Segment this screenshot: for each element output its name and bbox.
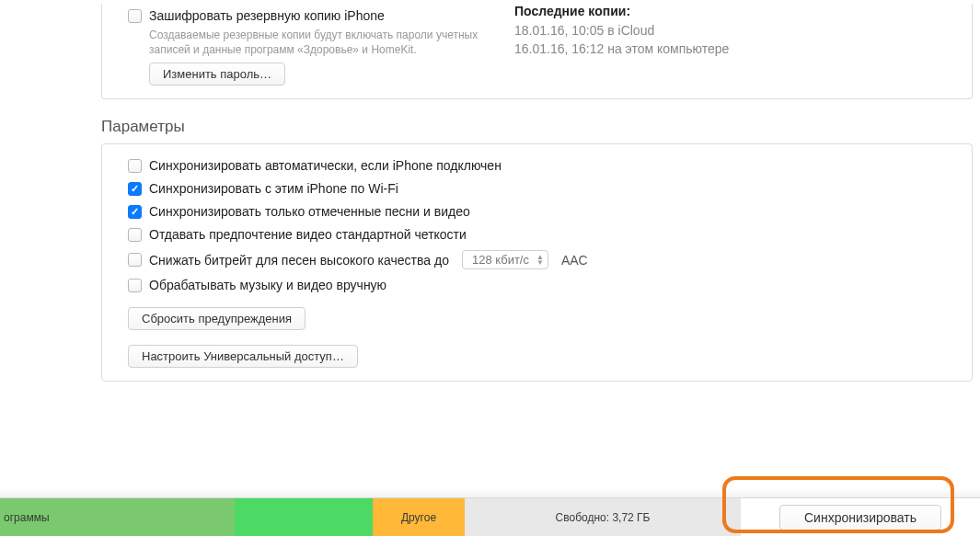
options-panel: Синхронизировать автоматически, если iPh… (101, 143, 973, 382)
storage-bar[interactable]: ограммы Другое Свободно: 3,72 ГБ (0, 498, 741, 536)
storage-segment-apps2 (235, 498, 373, 536)
sync-button[interactable]: Синхронизировать (779, 505, 941, 530)
encrypt-backup-label: Зашифровать резервную копию iPhone (149, 8, 385, 23)
encrypt-backup-subtext: Создаваемые резервные копии будут включа… (149, 28, 499, 57)
footer-bar: ограммы Другое Свободно: 3,72 ГБ Синхрон… (0, 497, 980, 536)
prefer-sd-checkbox[interactable] (128, 228, 142, 242)
change-password-button[interactable]: Изменить пароль… (149, 63, 285, 86)
encrypt-backup-checkbox[interactable] (128, 9, 142, 23)
backup-panel: Зашифровать резервную копию iPhone Созда… (101, 4, 973, 99)
bitrate-select[interactable]: 128 кбит/с ▲▼ (462, 250, 548, 269)
universal-access-button[interactable]: Настроить Универсальный доступ… (128, 345, 358, 368)
bitrate-value: 128 кбит/с (472, 253, 529, 267)
storage-segment-apps: ограммы (0, 498, 235, 536)
checked-only-label: Синхронизировать только отмеченные песни… (149, 204, 470, 219)
wifi-sync-label: Синхронизировать с этим iPhone по Wi-Fi (149, 181, 398, 196)
auto-sync-label: Синхронизировать автоматически, если iPh… (149, 158, 502, 173)
stepper-icon: ▲▼ (536, 255, 544, 266)
storage-segment-other: Другое (373, 498, 465, 536)
backup-entry: 16.01.16, 16:12 на этом компьютере (514, 40, 729, 59)
options-section-title: Параметры (101, 118, 980, 136)
manual-manage-checkbox[interactable] (128, 279, 142, 292)
reduce-bitrate-label: Снижать битрейт для песен высокого качес… (149, 253, 449, 268)
checked-only-checkbox[interactable] (128, 205, 142, 219)
prefer-sd-label: Отдавать предпочтение видео стандартной … (149, 227, 467, 242)
auto-sync-checkbox[interactable] (128, 159, 142, 173)
bitrate-suffix: AAC (561, 253, 588, 268)
backup-entry: 18.01.16, 10:05 в iCloud (514, 22, 729, 40)
reset-warnings-button[interactable]: Сбросить предупреждения (128, 307, 306, 330)
wifi-sync-checkbox[interactable] (128, 182, 142, 196)
storage-segment-free: Свободно: 3,72 ГБ (465, 498, 741, 536)
manual-manage-label: Обрабатывать музыку и видео вручную (149, 278, 386, 292)
last-backups-title: Последние копии: (514, 4, 729, 18)
reduce-bitrate-checkbox[interactable] (128, 253, 142, 267)
